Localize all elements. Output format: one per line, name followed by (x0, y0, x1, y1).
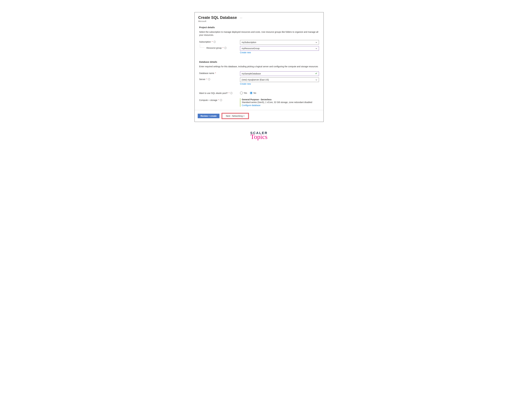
compute-spec: Standard-series (Gen5), 1 vCore, 32 GB s… (242, 101, 319, 104)
compute-tier: General Purpose - Serverless (242, 98, 319, 101)
required-indicator: * (206, 78, 207, 81)
resource-group-value: myResourceGroup (242, 47, 260, 50)
compute-storage-row: Compute + storage * i General Purpose - … (199, 98, 319, 107)
header-area: Create SQL Database ⋯ Microsoft (195, 12, 324, 23)
elastic-pool-radio-group: Yes No (240, 91, 319, 94)
watermark-logo: SCALER Topics (250, 131, 268, 140)
required-indicator: * (215, 72, 216, 75)
database-name-row: Database name * mySampleDatabase (199, 71, 319, 76)
info-icon[interactable]: i (208, 78, 210, 80)
server-create-new-link[interactable]: Create new (240, 83, 251, 85)
database-name-value: mySampleDatabase (242, 72, 261, 75)
page-subtitle: Microsoft (198, 20, 320, 22)
server-select[interactable]: (new) mysqlserver (East US) (240, 77, 319, 82)
database-name-input[interactable]: mySampleDatabase (240, 71, 319, 76)
info-icon[interactable]: i (220, 99, 222, 101)
server-row: Server * i (new) mysqlserver (East US) C… (199, 77, 319, 85)
server-label: Server (199, 78, 205, 81)
next-button-highlight: Next : Networking > (222, 113, 249, 119)
subscription-select[interactable]: mySubscription (240, 40, 319, 45)
page-title: Create SQL Database (198, 15, 237, 20)
content-area: Project details Select the subscription … (195, 23, 324, 110)
subscription-label: Subscription (199, 41, 211, 43)
resource-group-label: Resource group (207, 47, 222, 49)
database-name-label: Database name (199, 72, 214, 75)
subscription-value: mySubscription (242, 41, 256, 44)
footer-bar: Review + create Next : Networking > (195, 110, 324, 122)
radio-no-label: No (254, 92, 256, 94)
database-details-heading: Database details (199, 60, 319, 63)
resource-group-select[interactable]: myResourceGroup (240, 46, 319, 51)
elastic-pool-no-radio[interactable]: No (250, 92, 256, 94)
configure-database-link[interactable]: Configure database (242, 104, 260, 106)
required-indicator: * (212, 41, 213, 43)
elastic-pool-row: Want to use SQL elastic pool? * i Yes No (199, 91, 319, 94)
create-sql-database-panel: Create SQL Database ⋯ Microsoft Project … (194, 12, 324, 122)
chevron-down-icon (316, 79, 317, 81)
resource-group-create-new-link[interactable]: Create new (240, 51, 251, 54)
compute-storage-info: General Purpose - Serverless Standard-se… (240, 98, 319, 107)
review-create-button[interactable]: Review + create (198, 114, 219, 118)
subscription-row: Subscription * i mySubscription (199, 40, 319, 45)
server-value: (new) mysqlserver (East US) (242, 79, 269, 81)
info-icon[interactable]: i (224, 47, 226, 49)
radio-yes-label: Yes (244, 92, 247, 94)
compute-storage-label: Compute + storage (199, 99, 217, 101)
check-icon (315, 72, 317, 75)
next-networking-button[interactable]: Next : Networking > (222, 114, 248, 118)
chevron-down-icon (316, 47, 317, 49)
required-indicator: * (229, 92, 229, 94)
resource-group-row: Resource group * i myResourceGroup Creat… (199, 46, 319, 54)
elastic-pool-yes-radio[interactable]: Yes (240, 92, 247, 94)
more-icon[interactable]: ⋯ (240, 16, 242, 19)
watermark-line2: Topics (250, 134, 268, 140)
project-details-heading: Project details (199, 26, 319, 29)
chevron-down-icon (316, 41, 317, 43)
info-icon[interactable]: i (214, 41, 216, 43)
required-indicator: * (223, 47, 223, 49)
required-indicator: * (218, 99, 219, 101)
project-details-description: Select the subscription to manage deploy… (199, 30, 319, 37)
elastic-pool-label: Want to use SQL elastic pool? (199, 92, 228, 94)
info-icon[interactable]: i (230, 92, 232, 94)
database-details-description: Enter required settings for this databas… (199, 65, 319, 68)
indent-connector (200, 44, 204, 48)
